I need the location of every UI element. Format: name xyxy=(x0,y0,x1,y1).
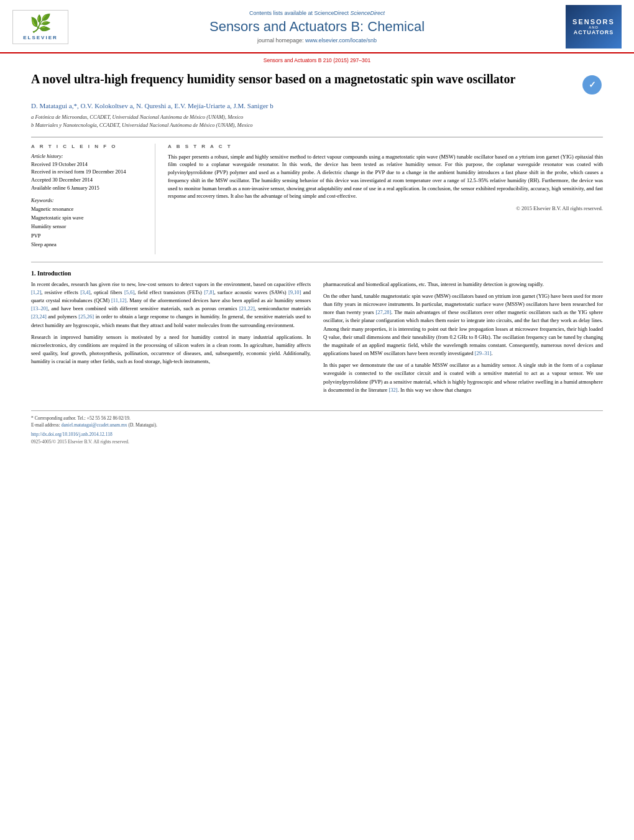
affiliation-a: a Fotónica de Microondas, CCADET, Univer… xyxy=(31,113,603,121)
body-content: In recent decades, research has given ri… xyxy=(31,280,603,398)
elsevier-logo: 🌿 ELSEVIER xyxy=(12,10,68,44)
section-divider xyxy=(31,262,603,262)
abstract-label: A B S T R A C T xyxy=(168,144,603,149)
received-revised-label: Received in revised form 19 December 201… xyxy=(31,168,145,176)
footnote-area: * Corresponding author. Tel.: +52 55 56 … xyxy=(31,410,603,445)
history-label: Article history: xyxy=(31,153,145,159)
email-person: (D. Matatagui). xyxy=(128,422,157,428)
intro-para-1: In recent decades, research has given ri… xyxy=(31,280,311,330)
doi-line: http://dx.doi.org/10.1016/j.snb.2014.12.… xyxy=(31,431,603,438)
article-history: Article history: Received 19 October 201… xyxy=(31,153,145,192)
keywords-list: Magnetic resonance Magnetostatic spin wa… xyxy=(31,205,145,249)
sensors-text: SENSORS xyxy=(572,18,615,25)
article-ref: Sensors and Actuators B 210 (2015) 297–3… xyxy=(0,53,634,65)
col2-para-2: On the other hand, tunable magnetostatic… xyxy=(323,292,603,358)
page: 🌿 ELSEVIER Contents lists available at S… xyxy=(0,0,634,840)
col2-para-3: In this paper we demonstrate the use of … xyxy=(323,361,603,394)
intro-heading: 1. Introduction xyxy=(31,270,603,277)
affiliation-b: b Materiales y Nanotecnología, CCADET, U… xyxy=(31,121,603,129)
journal-title: Sensors and Actuators B: Chemical xyxy=(81,19,553,35)
intro-para-2: Research in improved humidity sensors is… xyxy=(31,333,311,366)
journal-homepage-url: www.elsevier.com/locate/snb xyxy=(305,37,377,44)
corresponding-author: * Corresponding author. Tel.: +52 55 56 … xyxy=(31,415,603,422)
elsevier-tree-icon: 🌿 xyxy=(30,13,52,34)
keyword-2: Magnetostatic spin wave xyxy=(31,213,145,222)
article-title-section: A novel ultra-high frequency humidity se… xyxy=(31,71,603,96)
email-line: E-mail address: daniel.matatagui@ccadet.… xyxy=(31,422,603,428)
svg-text:✓: ✓ xyxy=(589,80,596,90)
article-info: A R T I C L E I N F O Article history: R… xyxy=(31,144,155,254)
keyword-4: PVP xyxy=(31,231,145,240)
abstract-text: This paper presents a robust, simple and… xyxy=(168,153,603,201)
article-info-label: A R T I C L E I N F O xyxy=(31,144,145,149)
sensors-actuators-logo: SENSORS and AcTuators xyxy=(566,5,622,48)
journal-header: 🌿 ELSEVIER Contents lists available at S… xyxy=(0,0,634,53)
article-title: A novel ultra-high frequency humidity se… xyxy=(31,71,581,87)
header-center: Contents lists available at ScienceDirec… xyxy=(68,10,566,44)
elsevier-text: ELSEVIER xyxy=(23,35,58,40)
and-text: and xyxy=(589,25,599,29)
author-email: daniel.matatagui@ccadet.unam.mx xyxy=(62,422,127,428)
keywords-label: Keywords: xyxy=(31,197,145,203)
affiliations: a Fotónica de Microondas, CCADET, Univer… xyxy=(31,113,603,129)
available-date: Available online 6 January 2015 xyxy=(31,184,145,192)
main-content: A novel ultra-high frequency humidity se… xyxy=(0,65,634,458)
authors: D. Matatagui a,*, O.V. Kolokoltsev a, N.… xyxy=(31,102,603,109)
accepted-date: Accepted 30 December 2014 xyxy=(31,176,145,184)
keyword-3: Humidity sensor xyxy=(31,222,145,231)
abstract-section: A B S T R A C T This paper presents a ro… xyxy=(168,144,603,254)
received-date: Received 19 October 2014 xyxy=(31,160,145,168)
body-col-left: In recent decades, research has given ri… xyxy=(31,280,311,398)
email-label: E-mail address: xyxy=(31,422,60,428)
sciencedirect-label: Contents lists available at ScienceDirec… xyxy=(81,10,553,16)
keyword-1: Magnetic resonance xyxy=(31,205,145,213)
keywords-group: Keywords: Magnetic resonance Magnetostat… xyxy=(31,197,145,249)
copyright: © 2015 Elsevier B.V. All rights reserved… xyxy=(168,205,603,211)
body-col-right: pharmaceutical and biomedical applicatio… xyxy=(323,280,603,398)
keyword-5: Sleep apnea xyxy=(31,240,145,249)
info-abstract-section: A R T I C L E I N F O Article history: R… xyxy=(31,137,603,254)
actuators-text: AcTuators xyxy=(574,29,614,35)
journal-homepage: journal homepage: www.elsevier.com/locat… xyxy=(81,37,553,44)
issn-line: 0925-4005/© 2015 Elsevier B.V. All right… xyxy=(31,438,603,445)
col2-para-1: pharmaceutical and biomedical applicatio… xyxy=(323,280,603,288)
crossmark-icon: ✓ xyxy=(581,74,603,96)
